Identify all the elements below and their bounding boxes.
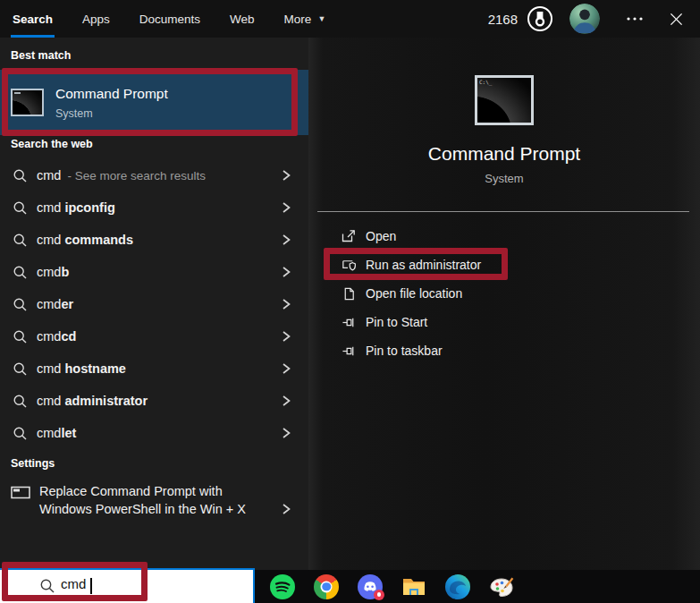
chevron-right-icon[interactable]	[280, 395, 292, 407]
search-icon	[13, 297, 28, 312]
chevron-right-icon[interactable]	[280, 201, 292, 214]
console-window-icon	[11, 486, 30, 499]
tab-apps-label: Apps	[82, 13, 110, 26]
search-filter-tabs: Search Apps Documents Web More ▼	[11, 0, 353, 38]
web-suggestion-row[interactable]: cmdb	[0, 256, 308, 288]
open-window-icon	[340, 227, 358, 245]
search-icon	[13, 233, 28, 248]
tab-search[interactable]: Search	[11, 0, 55, 38]
command-prompt-icon	[11, 89, 44, 116]
web-suggestion-row[interactable]: cmd administrator	[0, 385, 308, 417]
web-suggestion-row[interactable]: cmd commands	[0, 224, 308, 256]
search-icon	[13, 394, 28, 409]
context-actions-list: Open Run as administrator	[308, 222, 700, 365]
chevron-right-icon[interactable]	[280, 234, 292, 246]
tab-more[interactable]: More ▼	[283, 0, 328, 38]
taskbar-search-box[interactable]	[0, 568, 255, 603]
tab-search-label: Search	[13, 13, 53, 26]
notification-badge	[374, 590, 384, 600]
best-match-title: Command Prompt	[55, 86, 168, 102]
preview-app-title: Command Prompt	[308, 143, 700, 165]
best-match-result[interactable]: Command Prompt System	[0, 70, 308, 135]
chevron-right-icon[interactable]	[280, 298, 292, 310]
text-caret	[90, 578, 92, 594]
best-match-subtitle: System	[55, 107, 168, 120]
web-suggestion-row[interactable]: cmd hostname	[0, 352, 308, 385]
rewards-medal-icon[interactable]	[527, 5, 553, 32]
close-button[interactable]	[664, 0, 687, 38]
search-results-panel: Best match Command Prompt System Search …	[0, 38, 308, 570]
search-icon	[13, 329, 28, 344]
best-match-section-label: Best match	[11, 49, 71, 62]
chevron-right-icon[interactable]	[280, 427, 292, 439]
web-section-label: Search the web	[11, 138, 93, 150]
edge-icon[interactable]	[445, 573, 470, 600]
search-icon	[13, 168, 28, 183]
admin-shield-icon	[340, 256, 358, 274]
search-icon	[13, 265, 28, 280]
action-pin-to-taskbar[interactable]: Pin to taskbar	[308, 336, 700, 365]
search-icon	[13, 426, 28, 441]
preview-app-subtitle: System	[308, 172, 700, 185]
tab-documents[interactable]: Documents	[138, 0, 202, 38]
action-run-as-administrator[interactable]: Run as administrator	[308, 251, 700, 279]
file-location-icon	[340, 285, 358, 302]
user-avatar[interactable]	[569, 4, 600, 34]
action-open-file-location[interactable]: Open file location	[308, 279, 700, 308]
discord-icon[interactable]	[358, 573, 383, 600]
search-header: Search Apps Documents Web More ▼ 2168	[0, 0, 700, 38]
tab-web-label: Web	[230, 13, 255, 26]
pin-icon	[340, 342, 358, 360]
pin-icon	[340, 313, 358, 331]
windows-search-flyout: Search Apps Documents Web More ▼ 2168	[0, 0, 700, 603]
chevron-right-icon[interactable]	[280, 330, 292, 343]
result-preview-panel: C:\_ Command Prompt System Open	[308, 38, 700, 570]
web-suggestion-row[interactable]: cmd- See more search results	[0, 159, 308, 191]
chevron-right-icon[interactable]	[280, 503, 292, 515]
tab-web[interactable]: Web	[228, 0, 257, 38]
chrome-icon[interactable]	[314, 573, 339, 600]
web-suggestion-row[interactable]: cmd ipconfig	[0, 191, 308, 224]
settings-result-row[interactable]: Replace Command Prompt with Windows Powe…	[0, 479, 308, 531]
paint-icon[interactable]	[489, 573, 514, 600]
divider	[317, 211, 689, 212]
chevron-right-icon[interactable]	[280, 266, 292, 278]
search-icon	[39, 578, 55, 594]
action-pin-to-start[interactable]: Pin to Start	[308, 308, 700, 336]
file-explorer-icon[interactable]	[401, 573, 426, 600]
search-icon	[13, 200, 28, 216]
rewards-points[interactable]: 2168	[488, 12, 518, 27]
spotify-icon[interactable]	[270, 573, 295, 600]
search-input[interactable]	[59, 575, 223, 592]
taskbar	[0, 570, 700, 603]
tab-more-label: More	[284, 13, 312, 26]
chevron-right-icon[interactable]	[280, 169, 292, 182]
web-suggestion-row[interactable]: cmdlet	[0, 417, 308, 449]
web-suggestion-row[interactable]: cmdcd	[0, 320, 308, 352]
chevron-right-icon[interactable]	[280, 362, 292, 375]
settings-result-label: Replace Command Prompt with Windows Powe…	[39, 482, 246, 531]
command-prompt-icon-large: C:\_	[475, 75, 534, 125]
web-suggestion-row[interactable]: cmder	[0, 288, 308, 320]
action-open[interactable]: Open	[308, 222, 700, 251]
more-options-button[interactable]	[625, 0, 645, 38]
tab-apps[interactable]: Apps	[80, 0, 112, 38]
search-icon	[13, 361, 28, 377]
prompt-glyph: C:\_	[479, 79, 492, 85]
settings-section-label: Settings	[11, 457, 55, 470]
tab-documents-label: Documents	[139, 13, 200, 26]
taskbar-icons	[270, 570, 533, 603]
chevron-down-icon: ▼	[317, 15, 325, 23]
